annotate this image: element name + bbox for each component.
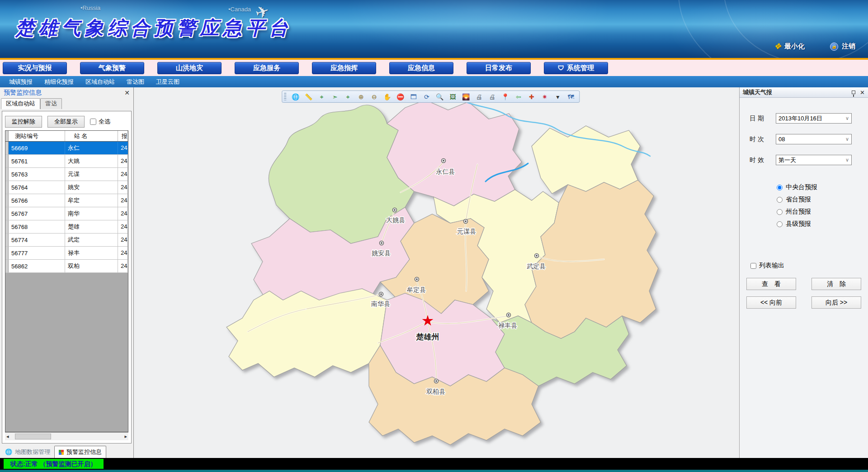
subnav-item-1[interactable]: 精细化预报 <box>44 78 74 86</box>
hour-select-value: 08 <box>778 136 845 143</box>
view-button[interactable]: 查 看 <box>746 278 796 290</box>
radio-county-forecast-input[interactable] <box>777 221 783 227</box>
county-label: 大姚县 <box>386 216 405 224</box>
period-select[interactable]: 第一天∨ <box>776 155 852 165</box>
image-export-icon[interactable]: 🖼 <box>448 92 458 101</box>
logout-button[interactable]: 🔒 注销 <box>830 42 855 51</box>
pin-icon[interactable] <box>852 91 855 94</box>
measure-icon[interactable]: 📏 <box>304 92 313 101</box>
minimize-button[interactable]: ✥ 最小化 <box>774 42 805 51</box>
col-header-station-name[interactable]: 站 名 <box>65 131 118 141</box>
station-alert-cell: 24小 <box>118 155 128 167</box>
station-alert-cell: 24小 <box>118 181 128 194</box>
station-name-cell: 武定 <box>65 234 118 246</box>
print-setup-icon[interactable]: 🖨 <box>488 92 497 101</box>
show-all-button[interactable]: 全部显示 <box>47 116 85 128</box>
row-header-strip <box>5 168 9 181</box>
stop-icon[interactable]: ⛔ <box>396 92 405 101</box>
chevron-down-icon: ∨ <box>845 136 849 142</box>
radio-central-forecast[interactable]: 中央台预报 <box>777 183 868 191</box>
add-layer-icon[interactable]: ✚ <box>527 92 536 101</box>
subnav-item-0[interactable]: 城镇预报 <box>9 78 33 86</box>
scroll-left-arrow[interactable]: ◂ <box>6 434 9 439</box>
globe-icon[interactable]: 🌐 <box>291 92 300 101</box>
overview-map-icon[interactable]: 🌄 <box>462 92 471 101</box>
radio-central-forecast-input[interactable] <box>777 185 783 191</box>
caret-down-icon[interactable]: ▾ <box>553 92 562 101</box>
zoom-box-select-icon[interactable]: ⌖ <box>317 92 326 101</box>
bottab-map-data[interactable]: 🌐 地图数据管理 <box>1 446 54 458</box>
subnav-item-3[interactable]: 雷达图 <box>127 78 144 86</box>
county-seat-marker <box>415 277 419 281</box>
tab-emergency-service[interactable]: 应急服务 <box>235 62 299 74</box>
next-button[interactable]: 向后 >> <box>811 296 861 309</box>
station-row[interactable]: 56763元谋24小 <box>5 168 128 181</box>
chevron-down-icon: ∨ <box>845 157 849 163</box>
subnav-item-2[interactable]: 区域自动站 <box>85 78 115 86</box>
minimize-icon: ✥ <box>774 42 781 51</box>
scroll-right-arrow[interactable]: ▸ <box>124 434 127 439</box>
radio-province-forecast-input[interactable] <box>777 197 783 203</box>
tab-live-forecast[interactable]: 实况与预报 <box>3 62 67 74</box>
station-row[interactable]: 56767南华24小 <box>5 207 128 220</box>
lp-tab-radar[interactable]: 雷达 <box>40 98 62 109</box>
tab-system-admin[interactable]: 🛡系统管理 <box>544 62 608 74</box>
left-panel-close-icon[interactable]: ✕ <box>124 89 130 96</box>
back-icon[interactable]: ⇦ <box>514 92 523 101</box>
scroll-thumb[interactable] <box>15 434 51 439</box>
legend-icon[interactable]: 🗺 <box>566 92 576 101</box>
tab-daily-release[interactable]: 日常发布 <box>467 62 531 74</box>
station-id-cell: 56777 <box>9 247 65 259</box>
station-row[interactable]: 56774武定24小 <box>5 234 128 247</box>
clear-button[interactable]: 清 除 <box>811 278 861 290</box>
station-row[interactable]: 56761大姚24小 <box>5 155 128 168</box>
refresh-icon[interactable]: ⟳ <box>422 92 431 101</box>
radio-prefecture-forecast[interactable]: 州台预报 <box>777 208 868 216</box>
tab-emergency-command[interactable]: 应急指挥 <box>312 62 376 74</box>
station-row[interactable]: 56669永仁24小 <box>5 142 128 155</box>
subnav-item-4[interactable]: 卫星云图 <box>156 78 179 86</box>
tab-weather-warning[interactable]: 气象预警 <box>80 62 144 74</box>
select-all-checkbox[interactable] <box>90 119 96 125</box>
date-select[interactable]: 2013年10月16日∨ <box>776 113 852 124</box>
radio-county-forecast[interactable]: 县级预报 <box>777 220 868 228</box>
identify-icon[interactable]: 🔍 <box>435 92 444 101</box>
tab-flood-geohazard[interactable]: 山洪地灾 <box>157 62 222 74</box>
map-canvas[interactable]: 永仁县大姚县元谋县姚安县武定县牟定县南华县禄丰县双柏县楚雄州 <box>134 87 739 458</box>
station-row[interactable]: 56777禄丰24小 <box>5 247 128 260</box>
place-marker-icon[interactable]: 📍 <box>501 92 510 101</box>
window-layout-icon[interactable]: 🗔 <box>409 92 418 101</box>
release-monitor-button[interactable]: 监控解除 <box>5 116 42 128</box>
zoom-in-icon[interactable]: ⊕ <box>357 92 366 101</box>
radio-central-forecast-label: 中央台预报 <box>786 183 817 191</box>
lp-tab-regional-stations[interactable]: 区域自动站 <box>1 98 40 109</box>
list-output-checkbox[interactable] <box>750 263 756 269</box>
page-title: 楚雄气象综合预警应急平台 <box>15 15 292 41</box>
print-icon[interactable]: 🖨 <box>475 92 484 101</box>
date-select-value: 2013年10月16日 <box>778 114 845 123</box>
right-panel-close-icon[interactable]: ✕ <box>860 89 865 96</box>
station-row[interactable]: 56862双柏24小 <box>5 260 128 273</box>
prev-button[interactable]: << 向前 <box>746 296 796 309</box>
station-row[interactable]: 56768楚雄24小 <box>5 220 128 234</box>
map-toolbar: 🌐📏⌖➣⌖⊕⊖✋⛔🗔⟳🔍🖼🌄🖨🖨📍⇦✚✷▾🗺 <box>282 91 580 103</box>
circle-select-icon[interactable]: ⌖ <box>344 92 353 101</box>
tab-emergency-info[interactable]: 应急信息 <box>389 62 453 74</box>
pointer-select-icon[interactable]: ➣ <box>330 92 340 101</box>
bottab-warning-monitor[interactable]: 预警监控信息 <box>54 446 106 458</box>
hour-select[interactable]: 08∨ <box>776 134 852 144</box>
h-scrollbar[interactable]: ◂ ▸ <box>5 432 128 440</box>
radio-province-forecast[interactable]: 省台预报 <box>777 195 868 204</box>
radio-prefecture-forecast-input[interactable] <box>777 209 783 215</box>
station-row[interactable]: 56764姚安24小 <box>5 181 128 194</box>
flash-point-icon[interactable]: ✷ <box>540 92 549 101</box>
col-header-station-id[interactable]: 测站编号 <box>9 131 65 141</box>
pan-icon[interactable]: ✋ <box>383 92 392 101</box>
col-header-alert[interactable]: 报警 <box>118 131 128 141</box>
station-name-cell: 禄丰 <box>65 247 118 259</box>
county-seat-marker <box>380 241 384 245</box>
station-row[interactable]: 56766牟定24小 <box>5 194 128 207</box>
zoom-out-icon[interactable]: ⊖ <box>370 92 379 101</box>
main-tab-label: 日常发布 <box>485 64 512 72</box>
county-seat-marker <box>434 379 439 383</box>
